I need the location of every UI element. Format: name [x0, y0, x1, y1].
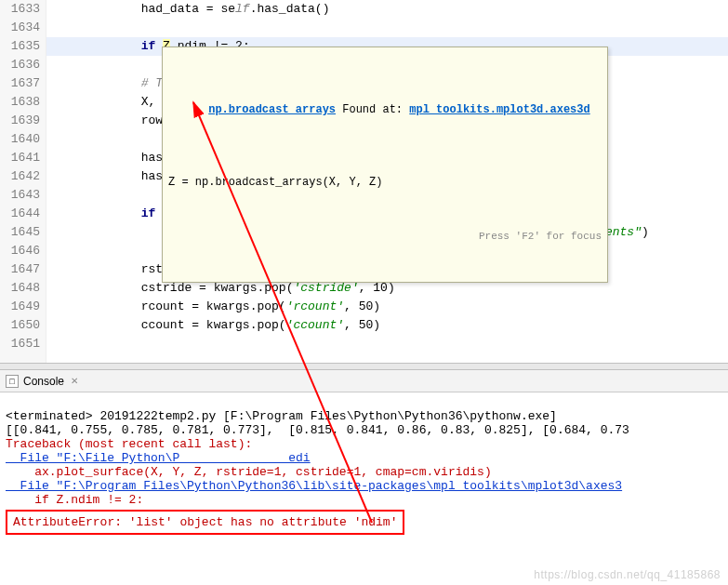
- console-traceback-file1[interactable]: File "F:\File Python\P edi: [6, 451, 311, 465]
- panel-splitter[interactable]: [0, 363, 728, 370]
- console-stdout-line: [[0.841, 0.755, 0.785, 0.781, 0.773], [0…: [6, 423, 629, 437]
- console-tab-label[interactable]: Console: [23, 370, 64, 392]
- console-traceback-code1: ax.plot_surface(X, Y, Z, rstride=1, cstr…: [6, 465, 492, 479]
- watermark: https://blog.csdn.net/qq_41185868: [534, 568, 721, 581]
- console-traceback-code2: if Z.ndim != 2:: [6, 493, 143, 507]
- documentation-tooltip: np.broadcast_arrays Found at: mpl_toolki…: [162, 47, 608, 283]
- code-line[interactable]: ccount = kwargs.pop('ccount', 50): [46, 316, 728, 335]
- console-traceback-header: Traceback (most recent call last):: [6, 437, 252, 451]
- code-line[interactable]: [46, 335, 728, 353]
- tooltip-f2-hint: Press 'F2' for focus: [168, 228, 602, 245]
- tooltip-symbol-link[interactable]: np.broadcast_arrays: [208, 103, 336, 116]
- line-number-gutter: 1633163416351636163716381639164016411642…: [0, 0, 46, 363]
- console-output[interactable]: <terminated> 20191222temp2.py [F:\Progra…: [0, 392, 728, 552]
- code-editor[interactable]: 1633163416351636163716381639164016411642…: [0, 0, 728, 363]
- tooltip-body: Z = np.broadcast_arrays(X, Y, Z): [168, 174, 602, 191]
- console-traceback-file2[interactable]: File "F:\Program Files\Python\Python36\l…: [6, 479, 622, 493]
- console-error-box: AttributeError: 'list' object has no att…: [6, 510, 404, 535]
- close-icon[interactable]: ✕: [71, 370, 78, 392]
- code-line[interactable]: had_data = self.has_data(): [46, 0, 728, 19]
- tooltip-found-at: Found at:: [336, 103, 409, 116]
- tooltip-location-link[interactable]: mpl_toolkits.mplot3d.axes3d: [409, 103, 589, 116]
- code-line[interactable]: rcount = kwargs.pop('rcount', 50): [46, 298, 728, 316]
- console-tabbar: □ Console ✕: [0, 370, 728, 392]
- console-terminated-line: <terminated> 20191222temp2.py [F:\Progra…: [6, 409, 557, 423]
- console-icon: □: [6, 375, 19, 388]
- console-panel: □ Console ✕ <terminated> 20191222temp2.p…: [0, 370, 728, 552]
- code-line[interactable]: [46, 19, 728, 37]
